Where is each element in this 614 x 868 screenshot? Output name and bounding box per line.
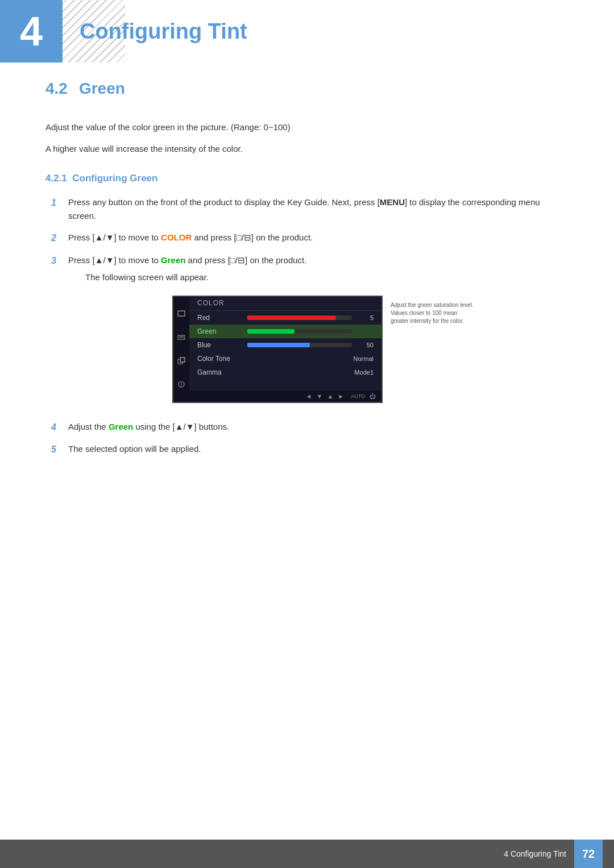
menu-bar-green-container bbox=[247, 329, 352, 334]
svg-rect-6 bbox=[180, 358, 185, 362]
step-3: 3 Press [▲/▼] to move to Green and press… bbox=[51, 254, 569, 284]
step-5-number: 5 bbox=[51, 442, 68, 457]
menu-bar-blue-fill bbox=[247, 343, 310, 347]
green-keyword-4: Green bbox=[109, 422, 133, 431]
step-2: 2 Press [▲/▼] to move to COLOR and press… bbox=[51, 231, 569, 246]
step-3-text: Press [▲/▼] to move to Green and press [… bbox=[68, 255, 306, 265]
menu-color-header: COLOR bbox=[189, 297, 381, 311]
menu-spacer bbox=[189, 379, 381, 391]
menu-row-green: Green bbox=[189, 325, 381, 338]
description-1: Adjust the value of the color green in t… bbox=[45, 121, 569, 134]
menu-bar-red-container bbox=[247, 315, 352, 320]
monitor-body: COLOR Red 5 Green bbox=[173, 297, 381, 402]
step-1: 1 Press any button on the front of the p… bbox=[51, 196, 569, 223]
chapter-title: Configuring Tint bbox=[80, 19, 247, 44]
page-header: 4 Configuring Tint bbox=[0, 0, 614, 63]
main-content: 4.2Green Adjust the value of the color g… bbox=[0, 80, 614, 457]
monitor-annotation: Adjust the green saturation level. Value… bbox=[391, 296, 476, 325]
menu-row-gamma: Gamma Mode1 bbox=[189, 366, 381, 379]
power-icon: ⏻ bbox=[370, 393, 376, 400]
menu-label-colortone: Color Tone bbox=[197, 355, 243, 363]
menu-key: MENU bbox=[380, 197, 405, 207]
step-5-text: The selected option will be applied. bbox=[68, 442, 569, 456]
chapter-number-box: 4 bbox=[0, 0, 63, 63]
section-number: 4.2 bbox=[45, 80, 68, 97]
monitor-wrapper: COLOR Red 5 Green bbox=[80, 296, 569, 403]
menu-label-gamma: Gamma bbox=[197, 368, 243, 376]
nav-left-icon: ◄ bbox=[306, 393, 312, 400]
svg-rect-0 bbox=[178, 311, 185, 316]
footer-text: 4 Configuring Tint bbox=[504, 849, 566, 858]
step-2-number: 2 bbox=[51, 231, 68, 246]
menu-bar-green-fill bbox=[247, 329, 294, 334]
menu-row-red: Red 5 bbox=[189, 311, 381, 325]
monitor-icons bbox=[173, 297, 189, 402]
chapter-number: 4 bbox=[20, 11, 43, 52]
color-keyword: COLOR bbox=[161, 232, 192, 242]
monitor-content: COLOR Red 5 Green bbox=[189, 297, 381, 402]
monitor-icon-1 bbox=[177, 310, 186, 318]
step-1-number: 1 bbox=[51, 196, 68, 210]
step-4-number: 4 bbox=[51, 420, 68, 435]
monitor-icon-2 bbox=[177, 333, 186, 341]
step-4-text: Adjust the Green using the [▲/▼] buttons… bbox=[68, 420, 569, 434]
menu-bar-blue-container bbox=[247, 343, 352, 347]
step-1-text: Press any button on the front of the pro… bbox=[68, 196, 569, 223]
monitor-screen: COLOR Red 5 Green bbox=[172, 296, 383, 403]
subsection-title: Configuring Green bbox=[72, 173, 157, 184]
svg-point-10 bbox=[181, 385, 182, 387]
footer-page-number: 72 bbox=[574, 840, 603, 868]
monitor-icon-3 bbox=[177, 357, 186, 365]
monitor-bottom-bar: ◄ ▼ ▲ ► AUTO ⏻ bbox=[189, 391, 381, 402]
step-5: 5 The selected option will be applied. bbox=[51, 442, 569, 457]
section-title: Green bbox=[79, 80, 125, 97]
menu-value-colortone: Normal bbox=[354, 355, 374, 362]
menu-label-green: Green bbox=[197, 327, 243, 335]
steps-list: 1 Press any button on the front of the p… bbox=[51, 196, 569, 284]
subsection-heading: 4.2.1 Configuring Green bbox=[45, 173, 569, 184]
menu-row-colortone: Color Tone Normal bbox=[189, 352, 381, 366]
steps-list-2: 4 Adjust the Green using the [▲/▼] butto… bbox=[51, 420, 569, 457]
nav-down-icon: ▼ bbox=[316, 393, 322, 400]
auto-label: AUTO bbox=[351, 393, 365, 399]
step-2-text: Press [▲/▼] to move to COLOR and press [… bbox=[68, 231, 569, 244]
nav-up-icon: ▲ bbox=[327, 393, 333, 400]
menu-label-blue: Blue bbox=[197, 341, 243, 349]
section-heading: 4.2Green bbox=[45, 80, 569, 103]
menu-bar-red-fill bbox=[247, 315, 336, 320]
description-2: A higher value will increase the intensi… bbox=[45, 142, 569, 156]
menu-value-red: 5 bbox=[356, 314, 374, 321]
page-footer: 4 Configuring Tint 72 bbox=[0, 840, 614, 868]
step-3-number: 3 bbox=[51, 254, 68, 268]
menu-value-gamma: Mode1 bbox=[354, 369, 374, 376]
green-keyword-3: Green bbox=[161, 255, 185, 265]
menu-label-red: Red bbox=[197, 314, 243, 322]
nav-right-icon: ► bbox=[338, 393, 344, 400]
menu-row-blue: Blue 50 bbox=[189, 338, 381, 352]
step-3-sub: The following screen will appear. bbox=[85, 271, 569, 284]
step-4: 4 Adjust the Green using the [▲/▼] butto… bbox=[51, 420, 569, 435]
subsection-number: 4.2.1 bbox=[45, 173, 67, 184]
monitor-icon-4 bbox=[177, 380, 186, 388]
menu-value-blue: 50 bbox=[356, 342, 374, 348]
